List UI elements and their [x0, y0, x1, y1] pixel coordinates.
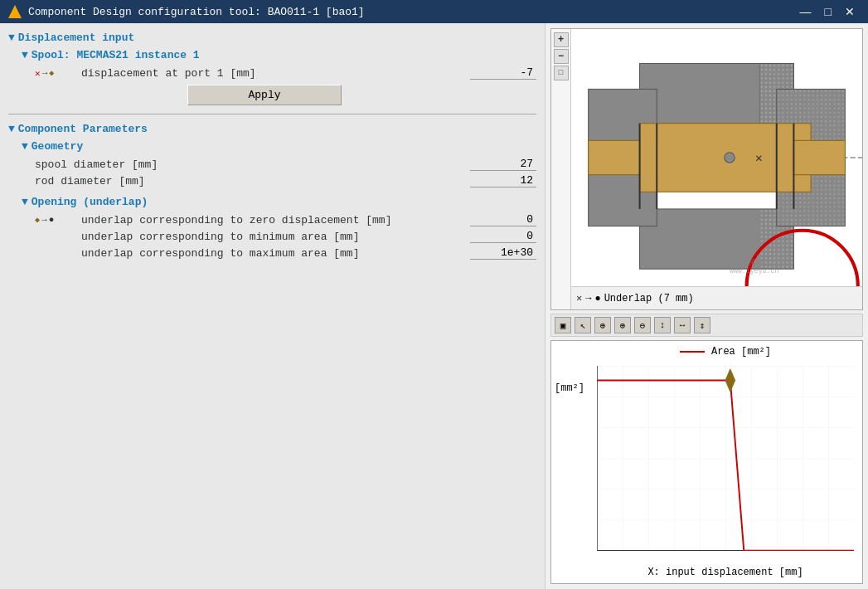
spool-label: Spool: MECMAS21 instance 1 — [32, 49, 200, 61]
close-button[interactable]: ✕ — [840, 6, 860, 17]
spool-header: ▼ Spool: MECMAS21 instance 1 — [22, 49, 536, 61]
chart-legend-label: Area [mm²] — [711, 346, 771, 358]
y-axis-label: [mm²] — [555, 382, 584, 394]
svg-rect-13 — [793, 140, 845, 174]
main-content: ▼ Displacement input ▼ Spool: MECMAS21 i… — [0, 23, 868, 589]
schematic-container: + − □ — [550, 28, 863, 310]
chart-save-button[interactable]: ▣ — [555, 317, 571, 333]
svg-text:www.iyeya.cn: www.iyeya.cn — [730, 267, 778, 275]
port-label: displacement at port 1 [mm] — [81, 67, 470, 80]
rod-diameter-label: rod diameter [mm] — [35, 175, 470, 187]
schematic-toolbar: + − □ — [551, 29, 571, 309]
status-arrow-icon: → — [585, 293, 591, 304]
chart-svg: 500 400 300 200 100 0 -150 -50 50 — [597, 366, 854, 551]
component-label: Component Parameters — [18, 123, 148, 135]
title-bar-left: Component Design configuration tool: BAO… — [8, 5, 365, 18]
collapse-arrow-spool[interactable]: ▼ — [22, 49, 28, 61]
diamond-icon-2: ◆ — [35, 215, 40, 225]
opening-subsection: ▼ Opening (underlap) ◆ → ● underlap corr… — [22, 196, 536, 260]
status-text: Underlap (7 mm) — [604, 293, 694, 304]
zoom-out-button[interactable]: − — [554, 49, 569, 64]
title-controls[interactable]: — □ ✕ — [795, 6, 860, 17]
underlap-min-row: underlap corresponding to minimum area [… — [35, 230, 536, 243]
left-panel: ▼ Displacement input ▼ Spool: MECMAS21 i… — [0, 23, 546, 589]
geometry-subsection: ▼ Geometry spool diameter [mm] 27 rod di… — [22, 140, 536, 187]
status-x-icon: ✕ — [576, 292, 582, 304]
svg-point-14 — [725, 153, 735, 163]
spool-diameter-label: spool diameter [mm] — [35, 158, 470, 171]
title-bar: Component Design configuration tool: BAO… — [0, 0, 868, 23]
rod-diameter-row: rod diameter [mm] 12 — [35, 174, 536, 187]
chart-title-area: Area [mm²] — [597, 346, 854, 358]
chart-pointer-button[interactable]: ↖ — [575, 317, 591, 333]
chart-toolbar: ▣ ↖ ⊕ ⊕ ⊖ ↕ ↔ ⇕ — [550, 314, 863, 337]
component-section-header: ▼ Component Parameters — [8, 123, 536, 135]
opening-label: Opening (underlap) — [32, 196, 148, 208]
chart-pan-button[interactable]: ⇕ — [694, 317, 710, 333]
displacement-section-header: ▼ Displacement input — [8, 32, 536, 44]
spool-diameter-value[interactable]: 27 — [470, 158, 536, 171]
chart-pan-v-button[interactable]: ↕ — [654, 317, 671, 333]
collapse-arrow-geometry[interactable]: ▼ — [22, 140, 28, 153]
zoom-in-button[interactable]: + — [554, 32, 569, 47]
svg-rect-12 — [589, 140, 640, 174]
apply-button[interactable]: Apply — [187, 85, 342, 105]
fit-button[interactable]: □ — [554, 66, 569, 80]
underlap-min-label: underlap corresponding to minimum area [… — [81, 231, 470, 243]
underlap-max-value[interactable]: 1e+30 — [470, 246, 536, 260]
displacement-label: Displacement input — [18, 32, 134, 44]
port-value[interactable]: -7 — [470, 66, 536, 80]
status-dot-icon: ● — [594, 293, 600, 304]
underlap-zero-value[interactable]: 0 — [470, 213, 536, 226]
right-panel: + − □ — [546, 23, 868, 589]
underlap-max-row: underlap corresponding to maximum area [… — [35, 246, 536, 260]
minimize-button[interactable]: — — [795, 6, 817, 17]
legend-line — [680, 351, 705, 353]
schematic-canvas: ✕ 爱液压 www.iyeya.cn — [571, 29, 862, 286]
chart-zoom-in-button[interactable]: ⊕ — [614, 317, 631, 333]
x-icon: ✕ — [35, 68, 41, 79]
divider-1 — [8, 114, 536, 114]
diamond-icon: ◆ — [49, 68, 54, 78]
geometry-header: ▼ Geometry — [22, 140, 536, 153]
spool-subsection: ▼ Spool: MECMAS21 instance 1 ✕ → ◆ displ… — [22, 49, 536, 105]
chart-zoom-button[interactable]: ⊕ — [594, 317, 611, 333]
chart-zoom-out-button[interactable]: ⊖ — [634, 317, 651, 333]
schematic-status: ✕ → ● Underlap (7 mm) — [571, 286, 862, 309]
maximize-button[interactable]: □ — [820, 6, 836, 17]
underlap-min-value[interactable]: 0 — [470, 230, 536, 243]
underlap-zero-label: underlap corresponding to zero displacem… — [81, 214, 470, 226]
collapse-arrow-displacement[interactable]: ▼ — [8, 32, 15, 44]
collapse-arrow-component[interactable]: ▼ — [8, 123, 15, 135]
spool-schematic-svg: ✕ 爱液压 www.iyeya.cn — [571, 29, 862, 286]
chart-container: Area [mm²] [mm²] 500 — [550, 340, 863, 584]
underlap-zero-row: ◆ → ● underlap corresponding to zero dis… — [35, 213, 536, 226]
svg-text:爱液压: 爱液压 — [742, 258, 764, 267]
geometry-label: Geometry — [32, 140, 83, 153]
port-icon: ✕ → ◆ — [35, 68, 76, 79]
x-axis-label: X: input displacement [mm] — [597, 567, 854, 578]
arrow-right-icon-2: → — [41, 215, 47, 225]
svg-rect-23 — [597, 366, 854, 551]
collapse-arrow-opening[interactable]: ▼ — [22, 196, 28, 208]
underlap-icon: ◆ → ● — [35, 215, 76, 225]
chart-pan-h-button[interactable]: ↔ — [674, 317, 691, 333]
rod-diameter-value[interactable]: 12 — [470, 174, 536, 187]
underlap-max-label: underlap corresponding to maximum area [… — [81, 247, 470, 260]
svg-text:✕: ✕ — [755, 152, 763, 165]
window-title: Component Design configuration tool: BAO… — [28, 6, 365, 18]
port-displacement-row: ✕ → ◆ displacement at port 1 [mm] -7 — [35, 66, 536, 80]
dot-icon: ● — [49, 215, 55, 225]
arrow-right-icon: → — [42, 68, 48, 78]
app-icon — [8, 5, 22, 18]
opening-header: ▼ Opening (underlap) — [22, 196, 536, 208]
spool-diameter-row: spool diameter [mm] 27 — [35, 158, 536, 171]
